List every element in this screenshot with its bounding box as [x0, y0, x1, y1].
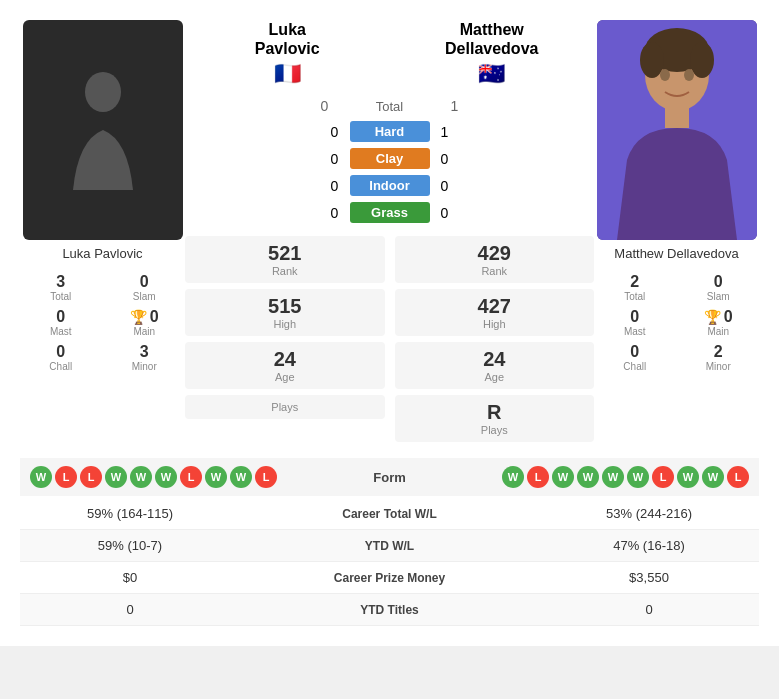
hard-left-score: 0 [320, 124, 350, 140]
svg-point-8 [684, 69, 694, 81]
right-high-label: High [399, 318, 591, 330]
svg-rect-6 [665, 108, 689, 128]
indoor-row: 0 Indoor 0 [185, 175, 594, 196]
left-rank-box: 521 Rank [185, 236, 385, 283]
clay-label: Clay [350, 148, 430, 169]
form-badge: L [527, 466, 549, 488]
form-badge: L [652, 466, 674, 488]
form-badge: W [677, 466, 699, 488]
right-high-value: 427 [399, 295, 591, 318]
right-player-name-header: Matthew Dellavedova [390, 20, 595, 58]
right-form-badges: WLWWWWLWWL [502, 466, 749, 488]
right-total-label: Total [596, 291, 674, 302]
stats-row: 59% (10-7) YTD W/L 47% (16-18) [20, 530, 759, 562]
right-plays-label: Plays [399, 424, 591, 436]
left-slam-stat: 0 Slam [104, 271, 186, 304]
indoor-left-score: 0 [320, 178, 350, 194]
right-player-photo [597, 20, 757, 240]
stat-right-val: 47% (16-18) [549, 538, 749, 553]
svg-point-5 [690, 42, 714, 78]
left-trophy-icon: 🏆 [130, 309, 147, 325]
total-left-score: 0 [310, 98, 340, 114]
left-mast-value: 0 [22, 308, 100, 326]
left-high-value: 515 [189, 295, 381, 318]
form-badge: W [105, 466, 127, 488]
right-rank-label: Rank [399, 265, 591, 277]
left-slam-value: 0 [106, 273, 184, 291]
right-main-label: Main [707, 326, 729, 337]
right-mast-value: 0 [596, 308, 674, 326]
right-rank-value: 429 [399, 242, 591, 265]
left-rank-value: 521 [189, 242, 381, 265]
total-right-score: 1 [440, 98, 470, 114]
hard-right-score: 1 [430, 124, 460, 140]
stat-right-val: 0 [549, 602, 749, 617]
left-total-stat: 3 Total [20, 271, 102, 304]
form-badge: L [80, 466, 102, 488]
right-mast-label: Mast [596, 326, 674, 337]
form-badge: W [602, 466, 624, 488]
right-slam-value: 0 [680, 273, 758, 291]
svg-point-7 [660, 69, 670, 81]
stat-center-label: Career Total W/L [230, 507, 549, 521]
form-badge: W [230, 466, 252, 488]
clay-left-score: 0 [320, 151, 350, 167]
right-player-name-bottom: Matthew Dellavedova [614, 246, 738, 261]
left-rank-label: Rank [189, 265, 381, 277]
stat-left-val: $0 [30, 570, 230, 585]
right-plays-value: R [399, 401, 591, 424]
left-age-value: 24 [189, 348, 381, 371]
left-plays-box: Plays [185, 395, 385, 419]
grass-right-score: 0 [430, 205, 460, 221]
total-label: Total [340, 99, 440, 114]
right-age-label: Age [399, 371, 591, 383]
left-chall-label: Chall [22, 361, 100, 372]
stat-center-label: Career Prize Money [230, 571, 549, 585]
left-player-name-header: Luka Pavlovic [185, 20, 390, 58]
left-mast-stat: 0 Mast [20, 306, 102, 339]
right-total-stat: 2 Total [594, 271, 676, 304]
form-badge: W [502, 466, 524, 488]
form-badge: W [552, 466, 574, 488]
left-minor-label: Minor [106, 361, 184, 372]
left-high-label: High [189, 318, 381, 330]
left-mast-label: Mast [22, 326, 100, 337]
clay-right-score: 0 [430, 151, 460, 167]
right-slam-stat: 0 Slam [678, 271, 760, 304]
form-badge: L [727, 466, 749, 488]
left-chall-value: 0 [22, 343, 100, 361]
left-age-label: Age [189, 371, 381, 383]
stat-right-val: 53% (244-216) [549, 506, 749, 521]
right-age-box: 24 Age [395, 342, 595, 389]
grass-left-score: 0 [320, 205, 350, 221]
right-minor-label: Minor [680, 361, 758, 372]
right-plays-box: R Plays [395, 395, 595, 442]
left-age-box: 24 Age [185, 342, 385, 389]
right-main-value: 0 [724, 308, 733, 326]
left-total-value: 3 [22, 273, 100, 291]
stat-center-label: YTD Titles [230, 603, 549, 617]
left-minor-value: 3 [106, 343, 184, 361]
right-chall-value: 0 [596, 343, 674, 361]
form-row: WLLWWWLWWL Form WLWWWWLWWL [20, 458, 759, 496]
right-age-value: 24 [399, 348, 591, 371]
indoor-right-score: 0 [430, 178, 460, 194]
left-high-box: 515 High [185, 289, 385, 336]
form-badge: L [255, 466, 277, 488]
left-flag: 🇫🇷 [185, 61, 390, 87]
stats-row: $0 Career Prize Money $3,550 [20, 562, 759, 594]
left-chall-stat: 0 Chall [20, 341, 102, 374]
stats-row: 59% (164-115) Career Total W/L 53% (244-… [20, 498, 759, 530]
right-chall-label: Chall [596, 361, 674, 372]
form-badge: W [702, 466, 724, 488]
indoor-label: Indoor [350, 175, 430, 196]
form-badge: W [627, 466, 649, 488]
right-minor-stat: 2 Minor [678, 341, 760, 374]
form-badge: W [130, 466, 152, 488]
right-rank-box: 429 Rank [395, 236, 595, 283]
left-plays-label: Plays [189, 401, 381, 413]
right-mast-stat: 0 Mast [594, 306, 676, 339]
hard-row: 0 Hard 1 [185, 121, 594, 142]
form-badge: W [205, 466, 227, 488]
stat-left-val: 59% (164-115) [30, 506, 230, 521]
